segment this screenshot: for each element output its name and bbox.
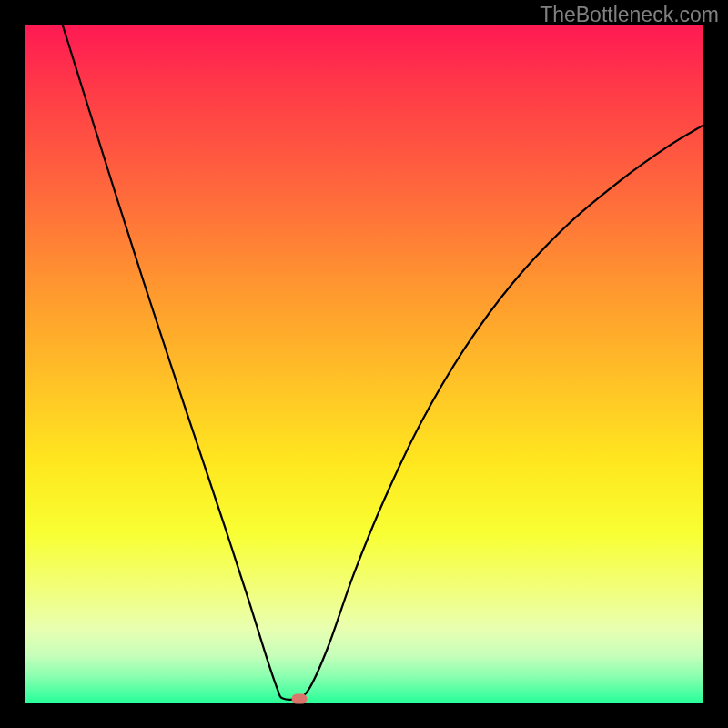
chart-frame: TheBottleneck.com xyxy=(0,0,728,728)
watermark-text: TheBottleneck.com xyxy=(540,3,719,27)
minimum-marker xyxy=(292,693,308,703)
plot-area xyxy=(25,25,703,703)
bottleneck-curve xyxy=(25,25,703,703)
